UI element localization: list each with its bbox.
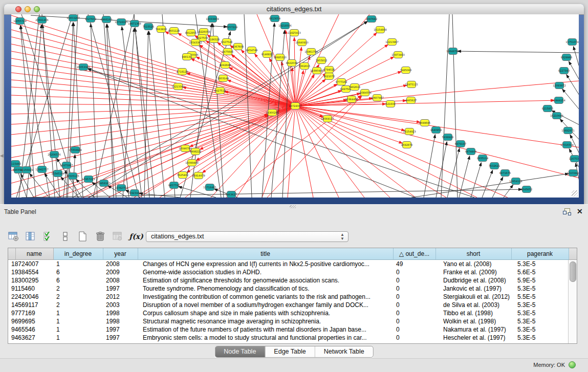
graph-node[interactable]: 9498222 — [190, 148, 201, 155]
graph-node[interactable]: 17957223 — [82, 176, 95, 183]
graph-node[interactable]: 17359924 — [69, 147, 81, 154]
graph-node[interactable]: 19384554 — [358, 90, 371, 96]
table-row[interactable]: 2242004622012Investigating the contribut… — [8, 293, 577, 301]
graph-node[interactable]: 990131 — [182, 54, 191, 60]
graph-node[interactable]: 8912955 — [185, 30, 197, 36]
show-columns-button[interactable] — [25, 230, 37, 243]
graph-node[interactable]: 10654112 — [509, 178, 522, 185]
graph-node[interactable]: 8822033 — [286, 60, 297, 67]
graph-node[interactable]: 16640910 — [295, 39, 308, 46]
tab-node-table[interactable]: Node Table — [215, 346, 265, 357]
graph-node[interactable]: 15718485 — [203, 184, 216, 191]
graph-node[interactable]: 8813054 — [269, 15, 280, 22]
graph-node[interactable]: 20206576 — [48, 151, 60, 158]
graph-node[interactable]: 9457791 — [168, 182, 180, 189]
graph-node[interactable]: 16154808 — [374, 27, 386, 33]
graph-node[interactable]: 2935114 — [477, 155, 488, 162]
graph-node[interactable]: 2367608 — [232, 43, 244, 50]
table-row[interactable]: 1872400712008Changes of HCN gene express… — [8, 260, 577, 269]
table-row[interactable]: 1830029562008Estimation of significance … — [8, 276, 577, 285]
graph-node[interactable]: 12213967 — [385, 39, 398, 46]
graph-node[interactable]: 9463627 — [226, 191, 237, 198]
graph-node[interactable]: 8215955 — [542, 105, 553, 112]
network-canvas[interactable]: 1872400776638228601128891295518226058182… — [11, 14, 579, 198]
graph-node[interactable]: 1362615 — [299, 63, 310, 70]
graph-node[interactable]: 1621072 — [323, 73, 335, 80]
table-mode-button[interactable] — [7, 230, 19, 243]
graph-node[interactable]: 15685320 — [273, 54, 286, 61]
window-titlebar[interactable]: citations_edges.txt — [4, 4, 584, 15]
graph-node[interactable]: 1527602 — [85, 16, 96, 23]
graph-node[interactable]: 2803144 — [217, 75, 229, 82]
column-header-short[interactable]: short — [435, 248, 511, 260]
graph-node[interactable]: 8471676 — [499, 170, 511, 177]
collapse-panel-arrow-icon[interactable]: ◀ — [0, 154, 4, 158]
table-row[interactable]: 977716911998Corpus callosum shape and si… — [8, 309, 577, 317]
table-select-dropdown[interactable]: citations_edges.txt ▲▼ — [146, 231, 349, 242]
table-row[interactable]: 969969511998Structural magnetic resonanc… — [8, 317, 577, 325]
graph-node[interactable]: 9115460 — [11, 161, 21, 167]
column-header-name[interactable]: name — [15, 248, 53, 260]
table-row[interactable]: 1938455462009Genome-wide association stu… — [8, 268, 577, 276]
graph-node[interactable]: 621608 — [385, 101, 395, 107]
graph-node[interactable]: 2087682 — [366, 16, 377, 23]
graph-node[interactable]: 10607487 — [371, 95, 383, 101]
close-panel-button[interactable]: ✕ — [577, 207, 583, 216]
graph-node[interactable]: 6794028 — [323, 67, 335, 73]
graph-node[interactable]: 6879197 — [455, 141, 466, 147]
graph-node[interactable]: 16033809 — [206, 16, 219, 23]
graph-node[interactable]: 8186328 — [208, 36, 220, 43]
column-header-out-degree[interactable]: △ out_de... — [393, 248, 435, 260]
column-header-year[interactable]: year — [103, 248, 138, 260]
scrollbar-thumb[interactable] — [570, 261, 576, 282]
graph-node[interactable]: 7625402 — [177, 172, 188, 179]
graph-node[interactable]: 9777169 — [336, 79, 347, 85]
graph-node[interactable]: 7485063 — [400, 67, 411, 74]
graph-node[interactable]: 9475685 — [222, 49, 233, 55]
graph-node[interactable]: 1640954 — [430, 127, 442, 134]
graph-node[interactable]: 14569117 — [321, 116, 334, 122]
graph-node[interactable]: 7462616 — [349, 84, 360, 91]
graph-node[interactable]: 1167533 — [569, 156, 579, 162]
table-row[interactable]: 946362711997Embryonic stem cells: a mode… — [8, 334, 577, 342]
graph-node[interactable]: 10975887 — [60, 162, 73, 169]
table-row[interactable]: 946554611997Estimation of the future num… — [8, 325, 577, 334]
select-columns-button[interactable] — [42, 230, 54, 243]
graph-node[interactable]: 6966160 — [101, 16, 112, 23]
canvas-resize-grip[interactable] — [572, 190, 578, 196]
graph-node[interactable]: 9474444 — [465, 148, 476, 155]
tab-network-table[interactable]: Network Table — [315, 346, 373, 357]
graph-node[interactable]: 9242848 — [220, 62, 231, 69]
graph-node[interactable]: 8427512 — [214, 87, 226, 94]
graph-node[interactable]: 9146821 — [262, 51, 273, 58]
graph-node[interactable]: 7632621 — [489, 163, 500, 169]
graph-node[interactable]: 9699695 — [419, 120, 430, 126]
graph-node[interactable]: 9327548 — [221, 39, 232, 46]
graph-node[interactable]: 7515526 — [143, 24, 154, 30]
graph-node[interactable]: 10719195 — [115, 19, 127, 26]
table-row[interactable]: 911546021997Tourette syndrome. Phenomeno… — [8, 285, 577, 293]
graph-node[interactable]: 15751074 — [565, 39, 578, 46]
graph-node[interactable]: 9329966 — [561, 54, 572, 61]
column-header-title[interactable]: title — [138, 248, 393, 260]
graph-node[interactable]: 9227343 — [558, 68, 570, 74]
table-vertical-scrollbar[interactable] — [568, 260, 577, 343]
graph-node[interactable]: 11825413 — [288, 30, 300, 36]
graph-node[interactable]: 20053346 — [77, 64, 90, 71]
graph-node[interactable]: 4465627 — [405, 97, 417, 104]
delete-table-button[interactable] — [112, 230, 124, 243]
graph-node[interactable]: 5938928 — [442, 134, 453, 141]
graph-node[interactable]: 12444154 — [552, 97, 565, 104]
graph-node[interactable]: 20691406 — [35, 17, 48, 24]
create-column-button[interactable] — [77, 230, 89, 243]
citation-network-graph[interactable]: 1872400776638228601128891295518226058182… — [11, 14, 579, 198]
graph-node[interactable]: 12942757 — [35, 166, 48, 173]
graph-node[interactable]: 16210643 — [550, 113, 563, 119]
column-header-in-degree[interactable]: in_degree — [53, 248, 103, 260]
graph-node[interactable]: 1692878 — [401, 142, 412, 148]
graph-node[interactable]: 16914479 — [192, 172, 205, 179]
graph-node[interactable]: 12923448 — [128, 190, 141, 196]
graph-node[interactable]: 19218506 — [278, 23, 291, 29]
graph-node[interactable]: 9245652 — [521, 186, 532, 193]
table-row[interactable]: 1456911722003Disruption of a novel membe… — [8, 301, 577, 309]
